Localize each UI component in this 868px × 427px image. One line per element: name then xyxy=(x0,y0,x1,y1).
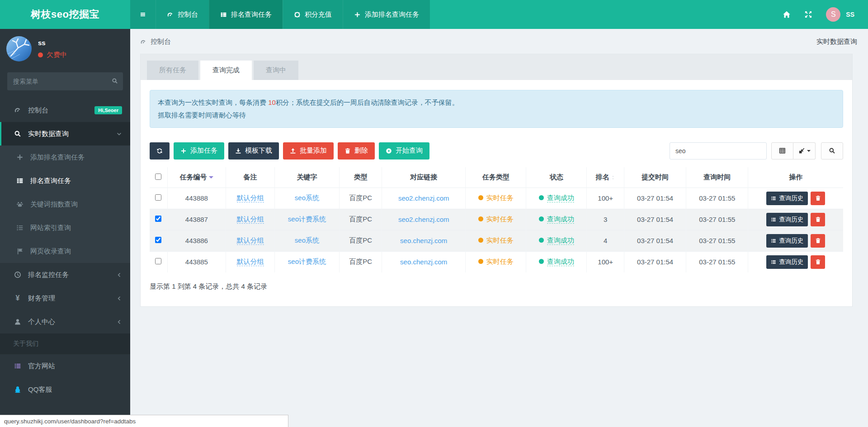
sidebar-subitem[interactable]: 关键词指数查询 xyxy=(0,192,130,216)
cell-type: 百度PC xyxy=(340,230,382,251)
menu-search-input[interactable] xyxy=(7,72,123,90)
list-icon xyxy=(771,238,776,244)
target-link[interactable]: seo2.chenzj.com xyxy=(398,216,449,223)
cell-actions: 查询历史 xyxy=(748,209,843,230)
keyword-link[interactable]: seo系统 xyxy=(295,236,319,244)
sidebar-subitem[interactable]: 网页收录查询 xyxy=(0,239,130,263)
row-checkbox[interactable] xyxy=(155,216,161,222)
column-header[interactable]: 排名 xyxy=(587,167,624,188)
columns-toggle-button[interactable] xyxy=(771,142,793,160)
tab[interactable]: 查询完成 xyxy=(200,61,252,80)
search-icon xyxy=(112,78,118,84)
nav-item[interactable]: 积分充值 xyxy=(283,0,343,29)
query-history-button[interactable]: 查询历史 xyxy=(766,234,808,248)
status-dot-icon xyxy=(539,195,544,200)
target-link[interactable]: seo2.chenzj.com xyxy=(398,194,449,202)
keyword-link[interactable]: seo系统 xyxy=(295,194,319,202)
start-query-button[interactable]: 开始查询 xyxy=(379,142,429,160)
status-link[interactable]: 查询成功 xyxy=(547,236,574,245)
keyword-link[interactable]: seo计费系统 xyxy=(288,258,326,265)
nav-item[interactable]: 排名查询任务 xyxy=(209,0,283,29)
top-nav-menu: 控制台排名查询任务积分充值添加排名查询任务 xyxy=(156,0,430,29)
column-header: 关键字 xyxy=(274,167,339,188)
sidebar-item[interactable]: 实时数据查询 xyxy=(0,122,130,145)
table-search-input[interactable] xyxy=(670,142,767,160)
cell-group: 默认分组 xyxy=(226,188,275,209)
list-icon xyxy=(771,196,776,201)
row-checkbox[interactable] xyxy=(155,258,161,264)
column-header-label: 状态 xyxy=(550,173,563,181)
fullscreen-icon[interactable] xyxy=(804,10,812,19)
column-header[interactable]: 任务编号 xyxy=(167,167,226,188)
sidebar-toggle-button[interactable] xyxy=(130,0,156,29)
button-label: 批量添加 xyxy=(300,146,327,155)
sidebar-item[interactable]: QQ客服 xyxy=(0,378,130,401)
alert-line-2: 抓取排名需要时间请耐心等待 xyxy=(158,109,835,122)
button-label: 开始查询 xyxy=(396,146,423,155)
search-button[interactable] xyxy=(821,142,843,160)
select-all-checkbox[interactable] xyxy=(155,174,161,180)
query-history-button[interactable]: 查询历史 xyxy=(766,255,808,269)
batch-add-button[interactable]: 批量添加 xyxy=(283,142,334,160)
query-history-button[interactable]: 查询历史 xyxy=(766,192,808,205)
sidebar-subitem[interactable]: 排名查询任务 xyxy=(0,169,130,192)
sidebar-item-label: 官方网站 xyxy=(28,362,55,371)
menu-search xyxy=(7,72,123,90)
status-link[interactable]: 查询成功 xyxy=(547,215,574,224)
sidebar-item[interactable]: 排名监控任务 xyxy=(0,263,130,286)
cell-status: 查询成功 xyxy=(526,209,587,230)
breadcrumb-right-link[interactable]: 实时数据查询 xyxy=(816,38,857,46)
query-history-button[interactable]: 查询历史 xyxy=(766,213,808,226)
sidebar-item[interactable]: 控制台Hi,Seoer xyxy=(0,99,130,122)
row-delete-button[interactable] xyxy=(811,234,825,248)
group-link[interactable]: 默认分组 xyxy=(237,258,264,266)
delete-button[interactable]: 删除 xyxy=(338,142,375,160)
nav-item-label: 排名查询任务 xyxy=(231,10,272,19)
row-checkbox[interactable] xyxy=(155,237,161,243)
user-menu[interactable]: S SS xyxy=(826,7,854,22)
keyword-link[interactable]: seo计费系统 xyxy=(288,215,326,223)
template-download-button[interactable]: 模板下载 xyxy=(228,142,279,160)
sidebar-item[interactable]: 个人中心 xyxy=(0,310,130,333)
sidebar-submenu: 添加排名查询任务排名查询任务关键词指数查询网站索引查询网页收录查询 xyxy=(0,145,130,263)
group-link[interactable]: 默认分组 xyxy=(237,215,264,224)
status-dot-icon xyxy=(539,259,544,264)
task-type-label: 实时任务 xyxy=(486,194,514,202)
brand-logo[interactable]: 树枝seo挖掘宝 xyxy=(0,0,130,29)
group-link[interactable]: 默认分组 xyxy=(237,194,264,202)
sidebar-item[interactable]: 官方网站 xyxy=(0,354,130,378)
tabs-bar: 所有任务查询完成查询中 xyxy=(140,54,853,80)
row-delete-button[interactable] xyxy=(811,255,825,269)
trash-icon xyxy=(815,216,821,222)
panel-body: 本查询为一次性实时查询，每条消费 10积分；系统在提交后的一周后自动清除查询记录… xyxy=(140,80,853,307)
group-link[interactable]: 默认分组 xyxy=(237,236,264,245)
trash-icon xyxy=(344,148,351,154)
cell-task-id: 443886 xyxy=(167,230,226,251)
cell-actions: 查询历史 xyxy=(748,188,843,209)
target-link[interactable]: seo.chenzj.com xyxy=(400,258,447,266)
nav-item[interactable]: 添加排名查询任务 xyxy=(343,0,430,29)
refresh-button[interactable] xyxy=(150,142,170,160)
qq-icon xyxy=(13,386,22,393)
tab[interactable]: 查询中 xyxy=(254,61,298,80)
life-ring-icon xyxy=(294,11,301,18)
cell-status: 查询成功 xyxy=(526,188,587,209)
target-link[interactable]: seo.chenzj.com xyxy=(400,237,447,244)
column-header-label: 排名 xyxy=(596,173,609,181)
home-icon[interactable] xyxy=(783,10,791,19)
row-delete-button[interactable] xyxy=(811,213,825,226)
sidebar-item[interactable]: ¥财务管理 xyxy=(0,286,130,310)
status-link[interactable]: 查询成功 xyxy=(547,194,574,202)
nav-item[interactable]: 控制台 xyxy=(156,0,209,29)
toolbar-buttons: 添加任务模板下载批量添加删除开始查询 xyxy=(150,142,429,160)
add-task-button[interactable]: 添加任务 xyxy=(174,142,224,160)
status-link[interactable]: 查询成功 xyxy=(547,258,574,266)
cell-task-type: 实时任务 xyxy=(466,251,526,272)
export-button[interactable] xyxy=(793,142,816,160)
sidebar-subitem[interactable]: 添加排名查询任务 xyxy=(0,145,130,169)
row-checkbox[interactable] xyxy=(155,194,161,201)
cell-rank: 3 xyxy=(587,209,624,230)
sidebar-subitem[interactable]: 网站索引查询 xyxy=(0,216,130,239)
row-delete-button[interactable] xyxy=(811,192,825,205)
tab[interactable]: 所有任务 xyxy=(147,61,198,80)
